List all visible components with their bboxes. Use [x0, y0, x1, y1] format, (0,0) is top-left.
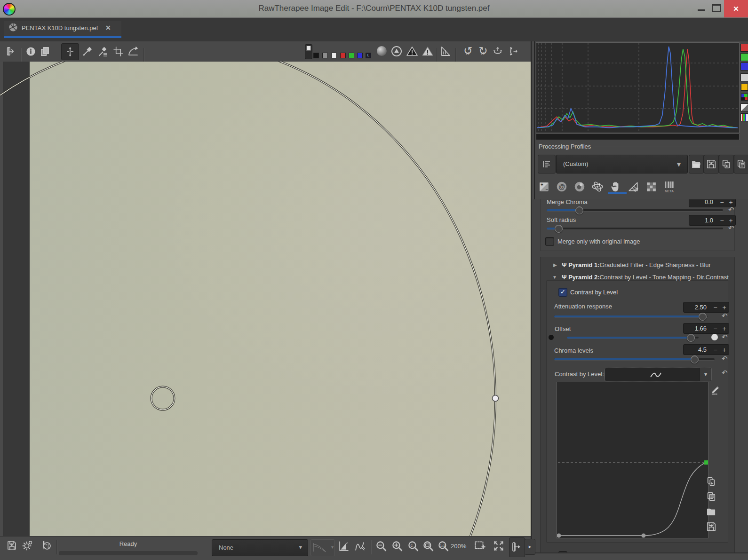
soft-radius-reset-icon[interactable]: ↶: [728, 225, 734, 231]
straighten-tool-icon[interactable]: [127, 45, 139, 57]
hand-tool-icon[interactable]: [5, 45, 17, 57]
merge-only-checkbox[interactable]: [545, 237, 554, 246]
profile-paste-button[interactable]: [734, 155, 748, 174]
chroma-levels-reset-icon[interactable]: ↶: [722, 356, 728, 362]
zoom-to-crop-icon[interactable]: c: [406, 539, 420, 552]
color-picker-icon[interactable]: [97, 45, 109, 57]
image-tab[interactable]: PENTAX K10D tungsten.pef ✕: [4, 21, 121, 36]
tab-advanced-icon[interactable]: [590, 180, 605, 194]
chroma-plus[interactable]: +: [720, 346, 729, 354]
soft-radius-plus[interactable]: +: [726, 217, 735, 224]
info-icon[interactable]: [24, 45, 37, 57]
image-viewport[interactable]: [0, 62, 533, 536]
contrast-by-level-checkbox[interactable]: ✓: [558, 288, 567, 297]
offset-minus[interactable]: −: [711, 325, 720, 332]
shadow-clipping-icon[interactable]: [406, 45, 419, 57]
maximize-button[interactable]: [709, 0, 724, 17]
preview-gray-button[interactable]: [322, 53, 328, 58]
histogram-red-toggle[interactable]: [740, 44, 748, 52]
pyramid1-expander[interactable]: ▶ Ψ Pyramid 1:Graduated Filter - Edge Sh…: [540, 260, 734, 274]
cbl-curve-reset-icon[interactable]: ↶: [722, 370, 728, 376]
offset-reset-icon[interactable]: ↶: [722, 334, 728, 340]
soft-radius-slider[interactable]: [547, 228, 723, 229]
rotate-right-icon[interactable]: ↻90°: [477, 44, 490, 57]
attenuation-minus[interactable]: −: [711, 304, 720, 311]
sharpening-mask-icon[interactable]: [377, 46, 387, 56]
processing-profile-dropdown[interactable]: None ▾: [212, 539, 308, 556]
curve-copy-icon[interactable]: [706, 476, 717, 487]
before-after-icon[interactable]: [39, 45, 51, 57]
zoom-out-icon[interactable]: [374, 539, 388, 552]
zoom-fit-icon[interactable]: [422, 539, 435, 552]
preview-green-button[interactable]: [349, 53, 354, 58]
curve-edit-pencil-icon[interactable]: [710, 384, 722, 395]
histogram-luma-toggle[interactable]: [740, 73, 748, 81]
zoom-100-icon[interactable]: 1:1: [437, 539, 450, 552]
curve-paste-icon[interactable]: [706, 491, 717, 502]
histogram-green-toggle[interactable]: [740, 53, 748, 61]
histogram-chroma-toggle[interactable]: [741, 84, 748, 91]
tab-raw-icon[interactable]: [644, 180, 658, 194]
tone-curve-plot[interactable]: [557, 382, 708, 538]
profile-thumbnail-button[interactable]: ▾: [310, 539, 335, 556]
editor-palette-icon[interactable]: [39, 539, 52, 552]
fullscreen-icon[interactable]: [492, 539, 505, 552]
close-button[interactable]: ✕: [724, 0, 748, 17]
histogram-panel[interactable]: [536, 42, 740, 133]
attenuation-slider[interactable]: [554, 315, 708, 317]
chroma-levels-slider[interactable]: [554, 358, 715, 360]
chroma-minus[interactable]: −: [711, 346, 720, 354]
profile-save-button[interactable]: [704, 155, 719, 174]
highlight-clipping-icon[interactable]: [421, 45, 434, 57]
profile-copy-button[interactable]: [719, 155, 734, 174]
flip-horizontal-icon[interactable]: [507, 45, 519, 57]
preview-black-button[interactable]: [313, 53, 319, 58]
dock-panel-button[interactable]: [509, 537, 525, 557]
move-tool-button[interactable]: [61, 43, 79, 60]
gamut-warning-icon[interactable]: [390, 45, 403, 57]
zoom-in-icon[interactable]: [390, 539, 404, 552]
histogram-bar-toggle[interactable]: [740, 103, 748, 111]
attenuation-plus[interactable]: +: [720, 304, 729, 311]
curve-open-icon[interactable]: [706, 506, 717, 517]
curve-lut-icon[interactable]: [353, 539, 366, 552]
preview-thumb-toggle[interactable]: [305, 44, 312, 59]
attenuation-value[interactable]: 2.50−+: [683, 302, 729, 313]
tool-scroll-area[interactable]: Merge Chroma 0.0−+ ↶ Soft radius 1.0−+ ↶…: [533, 199, 748, 552]
attenuation-reset-icon[interactable]: ↶: [722, 313, 728, 319]
preview-luminance-button[interactable]: L: [366, 53, 371, 58]
profiles-list-button[interactable]: [538, 155, 556, 174]
offset-plus[interactable]: +: [720, 325, 729, 332]
tab-exposure-icon[interactable]: +−: [537, 180, 551, 194]
cbl-dropdown-arrow-box[interactable]: ▾: [700, 368, 711, 381]
cbl-curve-dropdown[interactable]: ▾: [605, 368, 712, 381]
profiles-select-dropdown[interactable]: (Custom) ▾: [556, 155, 688, 174]
tab-transform-icon[interactable]: [626, 180, 640, 194]
merge-chroma-slider[interactable]: [547, 209, 723, 211]
soft-radius-minus[interactable]: −: [717, 217, 726, 224]
histogram-scaling-icon[interactable]: [337, 539, 350, 552]
profile-open-button[interactable]: [689, 155, 704, 174]
merge-chroma-plus[interactable]: +: [726, 199, 735, 206]
crop-tool-icon[interactable]: [112, 45, 124, 57]
tone-curve-editor[interactable]: [557, 382, 708, 538]
spot-overlay[interactable]: [0, 62, 533, 536]
preview-red-button[interactable]: [340, 53, 346, 58]
soft-proofing-icon[interactable]: [439, 45, 452, 57]
tab-locallab-icon[interactable]: [608, 180, 622, 194]
white-balance-picker-icon[interactable]: [81, 45, 93, 57]
minimize-button[interactable]: [693, 0, 709, 17]
tab-metadata-icon[interactable]: META: [662, 180, 678, 194]
pyramid2-expander[interactable]: ▼ Ψ Pyramid 2:Contrast by Level - Tone M…: [540, 273, 734, 286]
histogram-blue-toggle[interactable]: [740, 63, 748, 71]
chroma-levels-value[interactable]: 4.5−+: [683, 344, 729, 355]
preview-white-button[interactable]: [331, 53, 337, 58]
preview-blue-button[interactable]: [357, 53, 363, 58]
flip-vertical-icon[interactable]: [492, 45, 504, 57]
offset-slider[interactable]: [567, 337, 699, 339]
merge-chroma-minus[interactable]: −: [717, 199, 726, 206]
save-image-icon[interactable]: [6, 539, 18, 552]
rotate-left-icon[interactable]: ↺90°: [462, 44, 475, 57]
queue-gear-icon[interactable]: [22, 539, 34, 552]
tab-detail-icon[interactable]: @: [555, 180, 569, 194]
